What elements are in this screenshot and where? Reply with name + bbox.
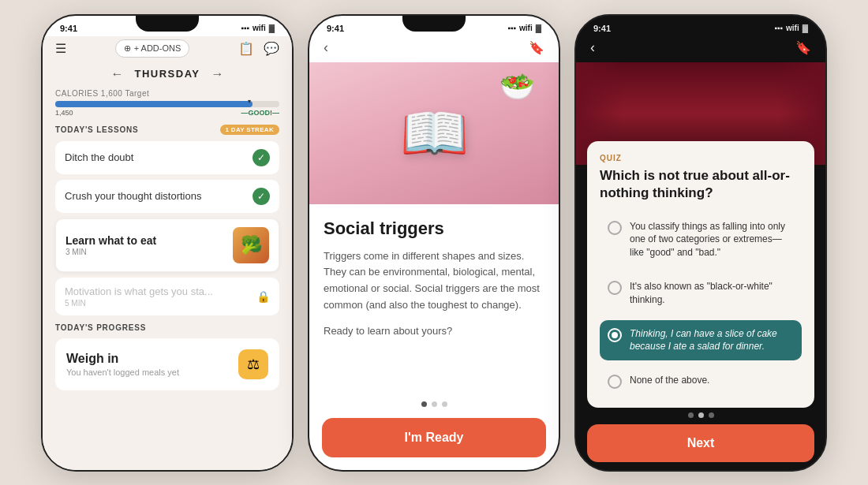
top-icons: 📋 💬 xyxy=(238,41,279,56)
phone2-topbar: ‹ 🔖 xyxy=(309,36,559,62)
day-nav: ← THURSDAY → xyxy=(55,65,279,89)
progress-dots-3 xyxy=(688,412,714,418)
lesson-3-content: Learn what to eat 3 MIN xyxy=(65,234,156,256)
signal-icon-2: ▪▪▪ xyxy=(507,24,516,32)
back-button-3[interactable]: ‹ xyxy=(590,39,595,56)
lesson-locked-title: Motivation is what gets you sta... xyxy=(65,285,213,297)
wifi-icon: wifi xyxy=(253,24,266,32)
phone1-topbar: ☰ ⊕ + ADD-ONS 📋 💬 xyxy=(55,36,279,65)
add-ons-label: + ADD-ONS xyxy=(134,43,181,53)
check-icon-2: ✓ xyxy=(253,188,270,205)
status-icons-1: ▪▪▪ wifi ▓ xyxy=(241,24,275,32)
day-label: THURSDAY xyxy=(134,68,200,80)
calories-header: CALORIES 1,600 Target xyxy=(55,89,279,98)
radio-1 xyxy=(608,221,622,235)
veggie-icon: 🥗 xyxy=(499,70,535,103)
calories-bar-bg: ▾ xyxy=(55,101,279,107)
progress-dots-2 xyxy=(309,395,559,413)
dot-3 xyxy=(442,401,447,407)
bookmark-icon-2[interactable]: 🔖 xyxy=(529,40,544,55)
phone3-footer: Next xyxy=(576,408,825,470)
quiz-card: QUIZ Which is not true about all-or-noth… xyxy=(587,141,814,408)
weigh-icon: ⚖ xyxy=(238,349,268,379)
quiz-option-2[interactable]: It's also known as "black-or-white" thin… xyxy=(600,273,802,314)
food-thumbnail: 🥦 xyxy=(233,227,269,263)
check-icon-1: ✓ xyxy=(253,149,270,166)
calories-label: CALORIES xyxy=(55,89,99,98)
phone-3: 9:41 ▪▪▪ wifi ▓ ‹ 🔖 QUIZ Which is not tr… xyxy=(574,14,827,472)
lessons-title: TODAY'S LESSONS xyxy=(55,125,139,134)
quiz-option-1[interactable]: You classify things as falling into only… xyxy=(600,213,802,267)
progress-title: TODAY'S PROGRESS xyxy=(55,323,146,332)
quiz-option-3[interactable]: Thinking, I can have a slice of cake bec… xyxy=(600,320,802,361)
add-ons-button[interactable]: ⊕ + ADD-ONS xyxy=(115,39,190,58)
lessons-section-header: TODAY'S LESSONS 1 DAY STREAK xyxy=(55,125,279,135)
quiz-option-text-2: It's also known as "black-or-white" thin… xyxy=(630,280,794,307)
status-bar-3: 9:41 ▪▪▪ wifi ▓ xyxy=(576,16,825,36)
chat-icon[interactable]: 💬 xyxy=(264,41,279,56)
phone3-dot-2 xyxy=(698,412,704,418)
progress-section: TODAY'S PROGRESS Weigh in You haven't lo… xyxy=(55,323,279,390)
back-button-2[interactable]: ‹ xyxy=(324,39,328,56)
radio-3 xyxy=(608,328,622,342)
notch-1 xyxy=(136,16,199,32)
signal-icon: ▪▪▪ xyxy=(241,24,249,32)
weigh-in-title: Weigh in xyxy=(66,352,179,366)
bookmark-icon-3[interactable]: 🔖 xyxy=(795,40,811,55)
cta-button[interactable]: I'm Ready xyxy=(322,418,546,457)
battery-icon-3: ▓ xyxy=(803,24,808,32)
phone3-dot-3 xyxy=(709,412,714,418)
wifi-icon-3: wifi xyxy=(786,24,799,32)
phone1-content: ☰ ⊕ + ADD-ONS 📋 💬 ← THURSDAY → CALORIES … xyxy=(43,36,292,470)
lesson-active-title: Learn what to eat xyxy=(65,234,156,247)
notch-2 xyxy=(402,16,466,32)
notch-3 xyxy=(669,16,732,32)
weigh-in-card[interactable]: Weigh in You haven't logged meals yet ⚖ xyxy=(55,338,279,390)
quiz-option-4[interactable]: None of the above. xyxy=(600,367,802,396)
menu-icon[interactable]: ☰ xyxy=(55,41,66,56)
time-1: 9:41 xyxy=(60,24,77,33)
lesson-big-title: Social triggers xyxy=(324,218,544,239)
weigh-in-info: Weigh in You haven't logged meals yet xyxy=(66,352,179,377)
status-icons-2: ▪▪▪ wifi ▓ xyxy=(507,24,541,32)
radio-4 xyxy=(608,375,622,389)
phone-2: 9:41 ▪▪▪ wifi ▓ ‹ 🔖 📖 🥗 Social triggers … xyxy=(308,14,560,472)
prev-day-button[interactable]: ← xyxy=(110,67,123,81)
lesson-item-4: Motivation is what gets you sta... 5 MIN… xyxy=(55,278,279,315)
lesson-item-3[interactable]: Learn what to eat 3 MIN 🥦 xyxy=(55,218,279,272)
quiz-option-text-3: Thinking, I can have a slice of cake bec… xyxy=(630,327,794,354)
dot-2 xyxy=(432,401,437,407)
quiz-option-text-4: None of the above. xyxy=(630,374,709,387)
battery-icon: ▓ xyxy=(269,24,275,32)
phone3-dot-1 xyxy=(688,412,694,418)
dot-1 xyxy=(421,401,427,407)
radio-2 xyxy=(608,281,622,295)
lesson-item-2[interactable]: Crush your thought distortions ✓ xyxy=(55,180,279,213)
next-day-button[interactable]: → xyxy=(211,67,224,81)
ready-text: Ready to learn about yours? xyxy=(324,325,544,337)
hero-image-2: 📖 🥗 xyxy=(309,62,559,204)
quiz-question: Which is not true about all-or-nothing t… xyxy=(600,167,802,202)
lesson-body-text: Triggers come in different shapes and si… xyxy=(324,248,544,314)
lesson-item-1[interactable]: Ditch the doubt ✓ xyxy=(55,141,279,174)
status-bar-2: 9:41 ▪▪▪ wifi ▓ xyxy=(309,16,559,36)
calories-bar-fill xyxy=(55,101,253,107)
recipe-icon[interactable]: 📋 xyxy=(238,41,254,56)
calories-section: CALORIES 1,600 Target ▾ 1,450 —GOOD!— xyxy=(55,89,279,117)
phone-1: 9:41 ▪▪▪ wifi ▓ ☰ ⊕ + ADD-ONS 📋 💬 ← THUR… xyxy=(41,14,294,472)
lock-icon: 🔒 xyxy=(256,290,270,303)
time-2: 9:41 xyxy=(327,24,344,33)
quiz-option-text-1: You classify things as falling into only… xyxy=(630,220,794,259)
time-3: 9:41 xyxy=(593,24,611,33)
signal-icon-3: ▪▪▪ xyxy=(774,24,783,32)
phone3-topbar: ‹ 🔖 xyxy=(576,36,825,62)
wifi-icon-2: wifi xyxy=(519,24,533,32)
lesson-title-1: Ditch the doubt xyxy=(65,151,133,163)
plus-icon: ⊕ xyxy=(124,43,131,54)
lesson-title-2: Crush your thought distortions xyxy=(65,190,201,202)
phone2-body: Social triggers Triggers come in differe… xyxy=(309,204,559,395)
status-bar-1: 9:41 ▪▪▪ wifi ▓ xyxy=(43,16,292,36)
next-button[interactable]: Next xyxy=(587,424,814,462)
weigh-in-subtitle: You haven't logged meals yet xyxy=(66,367,179,377)
lesson-active-time: 3 MIN xyxy=(65,248,156,256)
